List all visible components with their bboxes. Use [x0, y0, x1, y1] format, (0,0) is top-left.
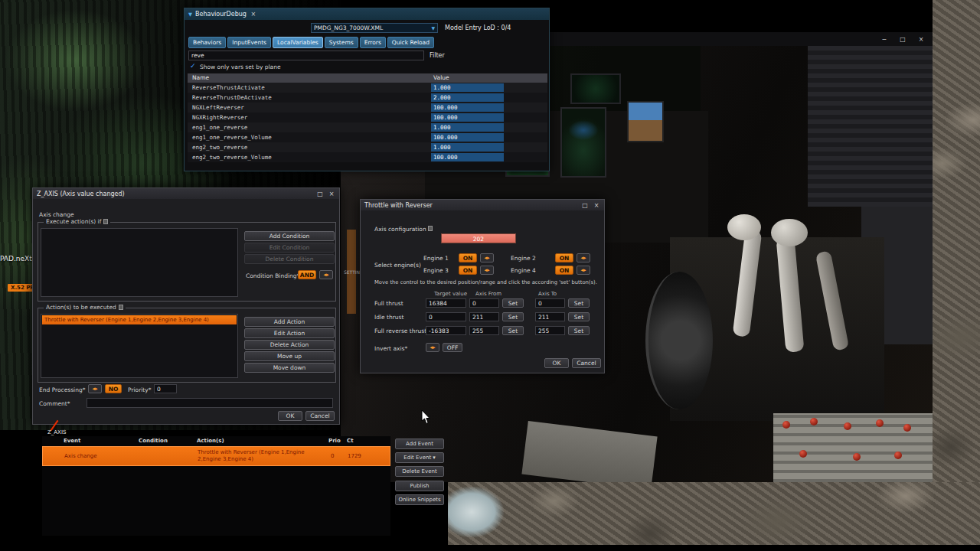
ok-button[interactable]: OK	[544, 358, 569, 368]
swap-arrows-icon[interactable]: ◂▸	[480, 266, 494, 275]
move-down-button[interactable]: Move down	[244, 363, 335, 373]
engine3-toggle[interactable]: ON	[459, 266, 477, 275]
close-icon[interactable]: ×	[328, 191, 335, 197]
swap-arrows-icon[interactable]: ◂▸	[88, 384, 102, 393]
edit-event-button[interactable]: Edit Event ▾	[395, 452, 444, 463]
col-ct: Ct	[347, 438, 353, 444]
delete-action-button[interactable]: Delete Action	[244, 340, 335, 350]
value-bar: 2.000	[431, 93, 504, 102]
close-icon[interactable]: ×	[593, 202, 600, 209]
condition-binding-label: Condition Binding*	[246, 272, 299, 279]
wallpaper-rock-bottom	[448, 482, 980, 545]
table-row[interactable]: ReverseThrustActivate1.000	[188, 83, 547, 93]
engine1-toggle[interactable]: ON	[459, 253, 477, 262]
idle-thrust-from-input[interactable]	[469, 312, 499, 321]
event-table: Event Condition Action(s) Prio Ct Axis c…	[42, 436, 390, 536]
conditions-listbox[interactable]	[41, 228, 238, 297]
engine3-label: Engine 3	[423, 267, 449, 274]
close-icon[interactable]: ×	[250, 11, 257, 18]
idle-thrust-to-input[interactable]	[535, 312, 565, 321]
priority-label: Priority*	[128, 386, 151, 393]
cockpit-attitude-indicator	[627, 101, 664, 142]
engine2-toggle[interactable]: ON	[555, 253, 573, 262]
delete-event-button[interactable]: Delete Event	[395, 466, 444, 477]
actions-listbox[interactable]: Throttle with Reverser (Engine 1,Engine …	[41, 314, 238, 378]
table-row[interactable]: ReverseThrustDeActivate2.000	[188, 93, 547, 103]
table-row[interactable]: Axis change Throttle with Reverser (Engi…	[42, 446, 390, 466]
close-icon[interactable]: ×	[917, 36, 925, 43]
engine2-label: Engine 2	[511, 255, 536, 262]
xml-file-select[interactable]: PMDG_NG3_7000W.XML ▼	[311, 23, 438, 33]
full-reverse-target-input[interactable]	[426, 326, 466, 335]
full-reverse-set-from-button[interactable]: Set	[502, 326, 524, 335]
edit-condition-button[interactable]: Edit Condition	[244, 243, 335, 253]
pedestal-red-knob	[853, 453, 861, 461]
minimize-icon[interactable]: ─	[880, 36, 888, 43]
full-reverse-set-to-button[interactable]: Set	[568, 326, 590, 335]
full-thrust-set-to-button[interactable]: Set	[568, 298, 590, 308]
swap-arrows-icon[interactable]: ◂▸	[480, 253, 494, 262]
swap-arrows-icon[interactable]: ◂▸	[577, 253, 590, 262]
publish-button[interactable]: Publish	[395, 481, 444, 491]
table-row[interactable]: eng1_one_reverse_Volume100.000	[188, 132, 547, 142]
cancel-button[interactable]: Cancel	[305, 411, 335, 421]
table-row[interactable]: NGXLeftReverser100.000	[188, 103, 547, 112]
move-up-button[interactable]: Move up	[244, 351, 335, 361]
swap-arrows-icon[interactable]: ◂▸	[577, 266, 590, 275]
full-reverse-from-input[interactable]	[469, 326, 499, 335]
ok-button[interactable]: OK	[278, 411, 302, 421]
idle-thrust-set-to-button[interactable]: Set	[568, 312, 590, 321]
table-row[interactable]: eng1_one_reverse1.000	[188, 122, 547, 132]
cockpit-throttle-knob-2	[771, 219, 808, 246]
engine4-toggle[interactable]: ON	[555, 266, 573, 275]
invert-axis-toggle[interactable]: OFF	[443, 343, 462, 352]
full-reverse-to-input[interactable]	[535, 326, 565, 335]
condition-binding-toggle[interactable]: AND	[298, 270, 316, 279]
edit-action-button[interactable]: Edit Action	[244, 328, 335, 338]
throttle-titlebar: Throttle with Reverser □ ×	[361, 200, 604, 210]
idle-thrust-set-from-button[interactable]: Set	[502, 312, 524, 321]
swap-arrows-icon[interactable]: ◂▸	[319, 270, 333, 279]
online-snippets-button[interactable]: Online Snippets	[395, 494, 444, 505]
tab-inputevents[interactable]: InputEvents	[227, 37, 271, 48]
maximize-icon[interactable]: □	[899, 36, 906, 43]
tab-quick-reload[interactable]: Quick Reload	[387, 37, 434, 48]
collapse-icon[interactable]: ▼	[188, 11, 192, 18]
window-title: BehaviourDebug	[195, 11, 247, 18]
delete-condition-button[interactable]: Delete Condition	[244, 254, 335, 264]
col-value: Value	[433, 74, 449, 81]
table-row[interactable]: NGXRightReverser100.000	[188, 112, 547, 122]
add-condition-button[interactable]: Add Condition	[244, 231, 335, 241]
tab-errors[interactable]: Errors	[360, 37, 386, 48]
idle-thrust-label: Idle thrust	[374, 314, 403, 321]
full-thrust-from-input[interactable]	[469, 298, 499, 308]
throttle-reverser-window: Throttle with Reverser □ × Axis configur…	[360, 199, 605, 373]
maximize-icon[interactable]: □	[316, 191, 324, 197]
notes-icon	[428, 226, 433, 231]
maximize-icon[interactable]: □	[581, 202, 589, 209]
tab-systems[interactable]: Systems	[325, 37, 358, 48]
checkbox-check-icon[interactable]: ✓	[190, 62, 196, 70]
table-row[interactable]: eng2_two_reverse1.000	[188, 142, 547, 152]
comment-input[interactable]	[87, 398, 333, 408]
pedestal-red-knob	[894, 452, 902, 459]
notes-icon	[103, 219, 108, 224]
window-title: Throttle with Reverser	[364, 202, 433, 209]
swap-arrows-icon[interactable]: ◂▸	[426, 343, 439, 352]
full-thrust-set-from-button[interactable]: Set	[502, 298, 524, 308]
cockpit-floor	[521, 421, 657, 482]
axis-section-label: Z_AXIS	[47, 429, 66, 435]
filter-input[interactable]	[188, 51, 424, 60]
cancel-button[interactable]: Cancel	[572, 358, 601, 368]
priority-input[interactable]	[154, 384, 177, 393]
full-thrust-target-input[interactable]	[426, 298, 466, 308]
selected-action-item[interactable]: Throttle with Reverser (Engine 1,Engine …	[42, 315, 237, 324]
add-event-button[interactable]: Add Event	[395, 439, 444, 449]
end-processing-toggle[interactable]: NO	[105, 384, 122, 393]
table-row[interactable]: eng2_two_reverse_Volume100.000	[188, 152, 547, 162]
add-action-button[interactable]: Add Action	[244, 317, 335, 327]
tab-behaviors[interactable]: Behaviors	[188, 37, 226, 48]
tab-localvariables[interactable]: LocalVariables	[273, 37, 323, 48]
idle-thrust-target-input[interactable]	[426, 312, 466, 321]
full-thrust-to-input[interactable]	[535, 298, 565, 308]
